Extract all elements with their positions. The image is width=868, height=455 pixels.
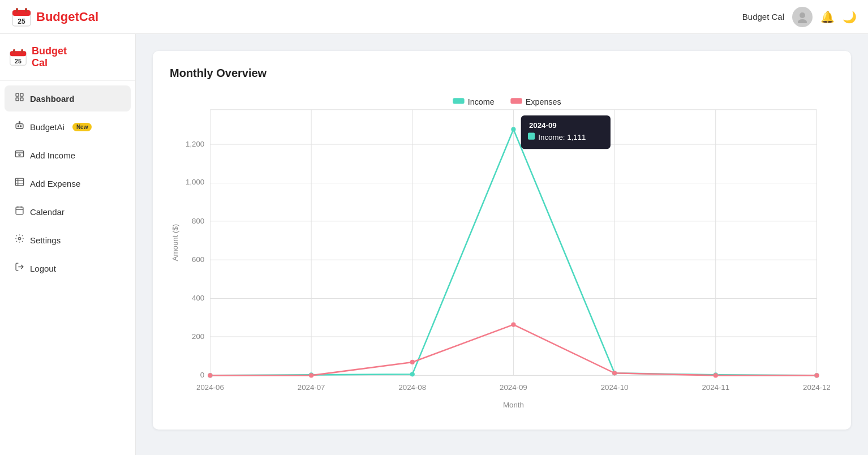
header-logo: 25 BudgetCal — [11, 7, 98, 27]
header-logo-text: BudgetCal — [36, 10, 98, 24]
svg-text:2024-09: 2024-09 — [500, 383, 527, 392]
svg-rect-1 — [12, 10, 31, 16]
svg-point-17 — [18, 126, 19, 127]
calendar-icon — [15, 205, 24, 218]
sidebar-item-add-income[interactable]: Add Income — [5, 142, 131, 168]
header-avatar[interactable] — [792, 7, 813, 27]
svg-text:2024-08: 2024-08 — [398, 383, 426, 392]
svg-rect-16 — [16, 124, 23, 129]
svg-text:200: 200 — [192, 332, 204, 341]
expense-dot-1 — [309, 373, 313, 377]
svg-text:800: 800 — [192, 217, 204, 225]
expense-dot-5 — [714, 373, 718, 377]
new-badge: New — [72, 123, 92, 131]
sidebar-logo-text: BudgetCal — [32, 45, 67, 69]
svg-rect-22 — [15, 178, 23, 186]
sidebar-logo-icon: 25 — [9, 48, 27, 66]
svg-point-24 — [18, 237, 20, 239]
expense-dot-0 — [208, 373, 212, 377]
svg-text:1,200: 1,200 — [186, 140, 204, 148]
sidebar-item-settings[interactable]: Settings — [5, 227, 131, 253]
sidebar-item-dashboard[interactable]: Dashboard — [5, 85, 131, 111]
sidebar-label-logout: Logout — [30, 264, 56, 273]
main-layout: 25 BudgetCal Dashboard BudgetAi New — [0, 34, 868, 455]
svg-rect-8 — [10, 51, 26, 56]
header-user-name: Budget Cal — [742, 12, 784, 22]
svg-text:2024-06: 2024-06 — [196, 383, 224, 392]
svg-text:0: 0 — [200, 371, 204, 379]
sidebar-label-add-expense: Add Expense — [30, 179, 80, 188]
income-dot-2 — [410, 372, 415, 376]
expense-dot-4 — [612, 371, 617, 375]
sidebar-label-settings: Settings — [30, 235, 61, 245]
tooltip-bg — [521, 115, 611, 149]
tooltip-income-value: Income: 1,111 — [538, 133, 586, 141]
income-icon — [15, 149, 24, 161]
expense-legend-label: Expenses — [526, 97, 561, 106]
svg-text:2024-11: 2024-11 — [702, 383, 729, 392]
chart-card: Monthly Overview — [153, 51, 851, 430]
svg-rect-13 — [20, 93, 23, 96]
svg-rect-2 — [16, 8, 18, 12]
sidebar-item-budgetai[interactable]: BudgetAi New — [5, 114, 131, 140]
logout-icon — [15, 262, 24, 274]
expense-dot-2 — [410, 360, 415, 364]
tooltip-income-color — [528, 133, 535, 140]
sidebar-label-calendar: Calendar — [30, 207, 65, 217]
svg-point-19 — [19, 122, 20, 123]
svg-text:2024-10: 2024-10 — [601, 383, 629, 392]
income-legend-label: Income — [468, 97, 495, 106]
main-content: Monthly Overview — [136, 34, 868, 455]
sidebar-label-budgetai: BudgetAi — [30, 122, 65, 132]
sidebar-item-calendar[interactable]: Calendar — [5, 199, 131, 225]
svg-text:Amount ($): Amount ($) — [171, 224, 179, 261]
expense-icon — [15, 177, 24, 190]
svg-rect-23 — [16, 207, 23, 214]
settings-icon — [15, 234, 24, 246]
svg-rect-14 — [16, 98, 19, 101]
income-dot-3 — [511, 127, 515, 131]
svg-rect-15 — [20, 98, 23, 101]
svg-point-21 — [19, 154, 20, 156]
robot-icon — [15, 121, 24, 133]
svg-rect-12 — [16, 93, 19, 96]
chart-wrapper: 0 200 400 600 800 1,000 1,200 2024-06 20… — [170, 90, 834, 418]
svg-rect-10 — [21, 49, 23, 53]
logo-icon: 25 — [11, 7, 32, 27]
sidebar-item-logout[interactable]: Logout — [5, 255, 131, 281]
svg-text:25: 25 — [18, 18, 25, 25]
expense-dot-3 — [511, 322, 515, 327]
svg-text:Month: Month — [503, 401, 524, 409]
dashboard-icon — [15, 92, 24, 105]
svg-point-18 — [20, 126, 22, 127]
svg-text:1,000: 1,000 — [186, 178, 204, 186]
sidebar-label-dashboard: Dashboard — [30, 94, 74, 104]
bell-icon[interactable]: 🔔 — [820, 10, 835, 24]
svg-text:2024-12: 2024-12 — [803, 383, 831, 392]
sidebar: 25 BudgetCal Dashboard BudgetAi New — [0, 34, 136, 455]
svg-text:25: 25 — [15, 58, 22, 65]
sidebar-logo-area: 25 BudgetCal — [0, 40, 135, 81]
svg-text:400: 400 — [192, 294, 204, 302]
expense-legend-color — [510, 98, 522, 104]
svg-text:600: 600 — [192, 255, 204, 264]
chart-title: Monthly Overview — [170, 67, 834, 80]
income-legend-color — [453, 98, 464, 104]
sidebar-label-add-income: Add Income — [30, 151, 75, 160]
header-right: Budget Cal 🔔 🌙 — [742, 7, 857, 27]
svg-rect-3 — [25, 8, 27, 12]
monthly-chart: 0 200 400 600 800 1,000 1,200 2024-06 20… — [170, 90, 834, 418]
tooltip-date: 2024-09 — [529, 121, 557, 130]
sidebar-item-add-expense[interactable]: Add Expense — [5, 170, 131, 196]
svg-rect-9 — [13, 49, 15, 53]
svg-text:2024-07: 2024-07 — [298, 383, 325, 392]
expense-dot-6 — [814, 373, 819, 377]
moon-icon[interactable]: 🌙 — [843, 10, 857, 24]
svg-point-6 — [798, 19, 807, 23]
svg-point-5 — [800, 12, 805, 18]
top-header: 25 BudgetCal Budget Cal 🔔 🌙 — [0, 0, 868, 34]
